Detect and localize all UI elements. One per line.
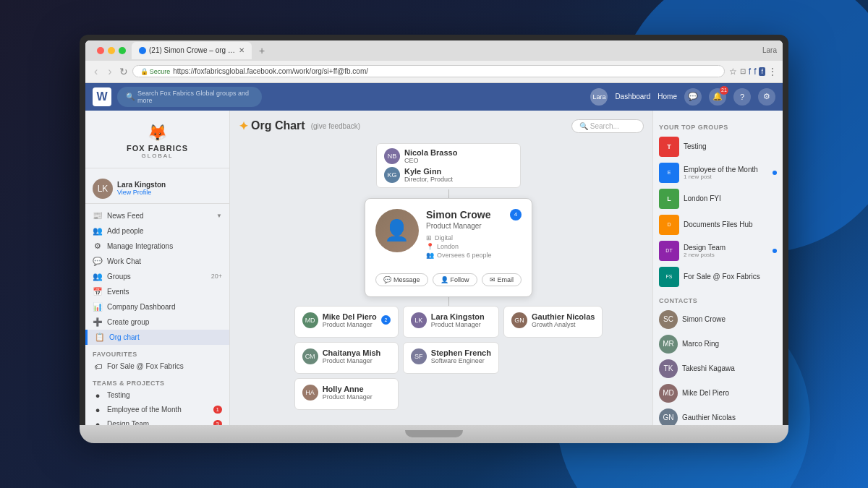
back-button[interactable]: ‹ <box>91 64 101 80</box>
sidebar-item-newsfeed[interactable]: 📰 News Feed ▼ <box>85 208 229 223</box>
rs-group-eotm[interactable]: E Employee of the Month 1 new post <box>653 160 783 186</box>
more-button[interactable]: ⋮ <box>768 67 777 77</box>
follow-button[interactable]: 👤 Follow <box>433 273 477 286</box>
top-groups-label: YOUR TOP GROUPS <box>653 121 783 134</box>
user-avatar-header[interactable]: Lara <box>590 88 608 106</box>
feedback-link[interactable]: (give feedback) <box>311 122 360 130</box>
rs-contact-simon[interactable]: SC Simon Crowe <box>653 307 783 332</box>
rs-contact-gauthier[interactable]: GN Gauthier Nicolas <box>653 406 783 425</box>
rs-contact-mike[interactable]: MD Mike Del Piero <box>653 381 783 406</box>
bookmark-button[interactable]: ☆ <box>729 67 737 77</box>
docs-thumb: D <box>659 215 679 235</box>
sidebar-item-groups[interactable]: 👥 Groups 20+ <box>85 269 229 284</box>
selected-role: Product Manager <box>426 222 492 230</box>
child-node-stephen-header: SF Stephen French Software Engineer <box>411 348 491 364</box>
fb-search-bar[interactable]: 🔍 Search Fox Fabrics Global groups and m… <box>117 87 262 107</box>
email-icon: ✉ <box>490 276 495 283</box>
rs-group-forsale[interactable]: FS For Sale @ Fox Fabrics <box>653 264 783 290</box>
fb-icon-3[interactable]: f <box>759 67 765 76</box>
designteam-icon: ● <box>93 420 103 425</box>
designteam-badge: 3 <box>213 420 222 425</box>
sidebar-item-orgchart[interactable]: 📋 Org chart <box>85 330 229 345</box>
fb-icon-2[interactable]: f <box>754 67 756 77</box>
new-tab-button[interactable]: + <box>255 44 269 57</box>
refresh-button[interactable]: ↻ <box>119 66 128 77</box>
minimize-window-button[interactable] <box>108 47 115 54</box>
sidebar-item-workchat[interactable]: 💬 Work Chat <box>85 254 229 269</box>
ceo-avatar: NB <box>384 148 400 164</box>
view-profile-link[interactable]: View Profile <box>117 189 166 196</box>
selected-node[interactable]: 👤 Simon Crowe Product Manager ⊞ Digital <box>365 198 532 297</box>
sidebar-item-events[interactable]: 📅 Events <box>85 284 229 299</box>
child-node-gauthier[interactable]: GN Gauthier Nicolas Growth Analyst <box>503 306 603 338</box>
dashboard-icon: 📊 <box>93 302 103 312</box>
chaitanya-avatar: CM <box>302 348 318 364</box>
fb-logo: W <box>93 87 111 106</box>
address-bar[interactable]: 🔒 Secure https://foxfabricsglobal.facebo… <box>132 65 725 77</box>
fb-nav: Lara Dashboard Home 💬 🔔 21 ? ⚙ <box>590 88 775 106</box>
extensions-button[interactable]: ⊡ <box>740 67 746 75</box>
sidebar-item-addpeople[interactable]: 👥 Add people <box>85 223 229 239</box>
traffic-lights <box>91 47 132 54</box>
rs-group-designteam[interactable]: DT Design Team 2 new posts <box>653 238 783 264</box>
connector-1 <box>448 189 449 198</box>
fb-icon-1[interactable]: f <box>749 67 751 77</box>
screen-inner: (21) Simon Crowe – org chart ✕ + Lara ‹ … <box>85 40 783 425</box>
user-profile: LK Lara Kingston View Profile <box>85 174 229 204</box>
email-button[interactable]: ✉ Email <box>482 273 522 286</box>
messages-button[interactable]: 💬 <box>684 88 702 106</box>
org-search-input[interactable]: 🔍 Search... <box>571 119 644 133</box>
close-window-button[interactable] <box>97 47 104 54</box>
org-tree: NB Nicola Brasso CEO KG Kyle Ginn <box>239 143 652 410</box>
ceo-node[interactable]: NB Nicola Brasso CEO KG Kyle Ginn <box>376 143 521 188</box>
child-node-chaitanya[interactable]: CM Chaitanya Mish Product Manager <box>294 342 399 374</box>
sidebar-item-creategroup[interactable]: ➕ Create group <box>85 314 229 330</box>
left-sidebar: 🦊 FOX FABRICS GLOBAL LK Lara Kingston Vi… <box>85 111 230 425</box>
home-nav[interactable]: Home <box>658 93 677 100</box>
settings-button[interactable]: ⚙ <box>758 88 775 106</box>
laptop-notch <box>405 430 463 437</box>
rs-contact-takeshi[interactable]: TK Takeshi Kagawa <box>653 356 783 381</box>
active-tab[interactable]: (21) Simon Crowe – org chart ✕ <box>132 42 252 59</box>
child-node-holly[interactable]: HA Holly Anne Product Manager <box>294 378 399 410</box>
child-node-holly-header: HA Holly Anne Product Manager <box>302 385 391 401</box>
child-node-mike[interactable]: MD Mike Del Piero Product Manager 2 <box>294 306 399 338</box>
child-node-lara[interactable]: LK Lara Kingston Product Manager <box>403 306 499 338</box>
rs-group-london[interactable]: L London FYI <box>653 186 783 212</box>
forward-button[interactable]: › <box>105 64 114 80</box>
rs-contact-marco[interactable]: MR Marco Ring <box>653 332 783 356</box>
takeshi-contact-avatar: TK <box>659 359 678 378</box>
contacts-section-label: CONTACTS <box>653 294 783 307</box>
rs-group-docs[interactable]: D Documents Files Hub <box>653 212 783 238</box>
simon-contact-avatar: SC <box>659 310 678 329</box>
eotm-badge: 1 <box>213 406 222 414</box>
dashboard-nav[interactable]: Dashboard <box>615 93 650 100</box>
child-col-2: LK Lara Kingston Product Manager <box>403 306 499 410</box>
connector-2 <box>448 297 449 306</box>
browser-chrome: (21) Simon Crowe – org chart ✕ + Lara ‹ … <box>85 40 783 83</box>
selected-oversees: 👥 Oversees 6 people <box>426 252 492 259</box>
org-chart-title: ✦ Org Chart <box>239 119 305 133</box>
workchat-icon: 💬 <box>93 257 103 266</box>
sidebar-item-testing[interactable]: ● Testing <box>85 388 229 403</box>
notifications-button[interactable]: 🔔 21 <box>709 88 726 106</box>
oversees-icon: 👥 <box>426 252 434 259</box>
fullscreen-window-button[interactable] <box>119 47 126 54</box>
sidebar-item-companydashboard[interactable]: 📊 Company Dashboard <box>85 299 229 314</box>
selected-dept: ⊞ Digital <box>426 234 492 241</box>
rs-group-testing[interactable]: T Testing <box>653 134 783 160</box>
message-button[interactable]: 💬 Message <box>375 273 428 286</box>
sidebar-item-integrations[interactable]: ⚙ Manage Integrations <box>85 239 229 254</box>
designteam-dot <box>773 249 777 253</box>
help-button[interactable]: ? <box>733 88 751 106</box>
child-node-lara-header: LK Lara Kingston Product Manager <box>411 312 491 328</box>
child-node-stephen[interactable]: SF Stephen French Software Engineer <box>403 342 499 374</box>
node-actions: 💬 Message 👤 Follow ✉ E <box>375 273 522 286</box>
org-chart-header: ✦ Org Chart (give feedback) 🔍 Search... <box>239 119 644 133</box>
sidebar-item-forsale[interactable]: 🏷 For Sale @ Fox Fabrics <box>85 359 229 374</box>
tab-close-button[interactable]: ✕ <box>239 46 244 54</box>
lara-avatar: LK <box>411 312 427 328</box>
laptop-screen: (21) Simon Crowe – org chart ✕ + Lara ‹ … <box>80 35 788 425</box>
sidebar-item-eotm[interactable]: ● Employee of the Month 1 <box>85 403 229 417</box>
sidebar-item-designteam[interactable]: ● Design Team 3 <box>85 417 229 425</box>
